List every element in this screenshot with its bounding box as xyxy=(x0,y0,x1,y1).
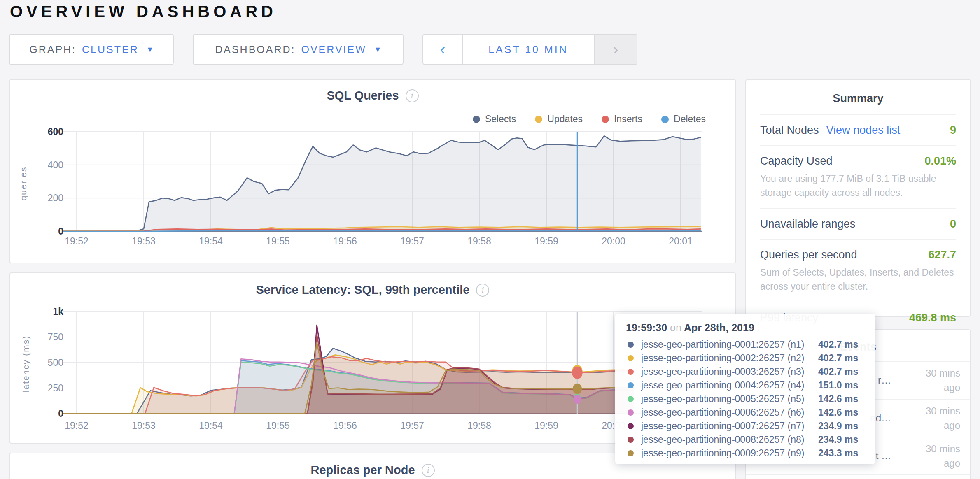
unavailable-ranges-value: 0 xyxy=(950,218,956,230)
summary-row-capacity: Capacity Used 0.01% You are using 177.7 … xyxy=(760,145,956,208)
node-name: jesse-geo-partitioning-0003:26257 (n3) xyxy=(641,366,818,377)
series-dot-icon xyxy=(628,355,634,361)
tooltip-row: jesse-geo-partitioning-0004:26257 (n4) 1… xyxy=(626,379,865,392)
latency-value: 234.9 ms xyxy=(818,434,858,445)
summary-row-total-nodes: Total Nodes View nodes list 9 xyxy=(760,114,956,145)
latency-value: 234.9 ms xyxy=(818,421,858,432)
dashboard-dropdown-label: DASHBOARD: xyxy=(215,44,295,56)
event-row[interactable]: Table Created: User root cr… 30 mins ago xyxy=(746,475,970,479)
page-title: OVERVIEW DASHBOARD xyxy=(10,2,277,21)
sql-queries-chart[interactable]: 19:5219:5319:5419:5519:5619:5719:5819:59… xyxy=(10,80,735,263)
time-window-next-button[interactable]: › xyxy=(594,35,637,64)
series-dot-icon xyxy=(628,423,634,429)
summary-title: Summary xyxy=(760,80,956,114)
series-dot-icon xyxy=(628,437,634,443)
series-dot-icon xyxy=(628,342,634,348)
svg-text:19:58: 19:58 xyxy=(467,420,491,431)
svg-text:19:57: 19:57 xyxy=(400,236,424,246)
node-name: jesse-geo-partitioning-0001:26257 (n1) xyxy=(641,339,818,350)
svg-text:0: 0 xyxy=(58,408,63,419)
unavailable-ranges-label: Unavailable ranges xyxy=(760,218,855,230)
chevron-left-icon: ‹ xyxy=(440,41,446,58)
svg-text:19:53: 19:53 xyxy=(132,420,156,431)
svg-text:19:54: 19:54 xyxy=(199,236,223,246)
series-dot-icon xyxy=(628,369,634,375)
graph-dropdown[interactable]: GRAPH: CLUSTER ▾ xyxy=(9,34,174,65)
capacity-used-value: 0.01% xyxy=(924,155,956,167)
tooltip-row: jesse-geo-partitioning-0008:26257 (n8) 2… xyxy=(626,433,865,446)
latency-value: 243.3 ms xyxy=(818,448,858,459)
dashboard-dropdown[interactable]: DASHBOARD: OVERVIEW ▾ xyxy=(193,34,404,65)
node-name: jesse-geo-partitioning-0006:26257 (n6) xyxy=(641,407,818,418)
svg-text:750: 750 xyxy=(48,332,63,342)
svg-text:19:53: 19:53 xyxy=(132,236,156,246)
latency-value: 402.7 ms xyxy=(818,366,858,377)
tooltip-row: jesse-geo-partitioning-0005:26257 (n5) 1… xyxy=(626,392,865,406)
svg-text:1k: 1k xyxy=(53,306,63,317)
event-time: 30 mins ago xyxy=(907,442,960,470)
total-nodes-value: 9 xyxy=(950,124,956,137)
node-name: jesse-geo-partitioning-0005:26257 (n5) xyxy=(641,393,818,405)
tooltip-timestamp: 19:59:30 on Apr 28th, 2019 xyxy=(626,322,865,334)
node-name: jesse-geo-partitioning-0008:26257 (n8) xyxy=(641,434,818,445)
summary-panel: Summary Total Nodes View nodes list 9 Ca… xyxy=(745,79,971,317)
dashboard-dropdown-value: OVERVIEW xyxy=(301,44,366,56)
svg-text:200: 200 xyxy=(48,193,63,203)
svg-text:19:52: 19:52 xyxy=(65,236,89,246)
event-time: 30 mins ago xyxy=(907,404,960,432)
total-nodes-label: Total Nodes xyxy=(760,124,819,137)
qps-label: Queries per second xyxy=(760,249,857,261)
tooltip-row: jesse-geo-partitioning-0006:26257 (n6) 1… xyxy=(626,406,865,419)
chevron-right-icon: › xyxy=(613,41,618,58)
svg-text:250: 250 xyxy=(48,383,63,393)
svg-text:19:58: 19:58 xyxy=(467,236,491,246)
sql-queries-card: SQL Queries i Selects Updates Inserts De… xyxy=(9,79,736,263)
tooltip-row: jesse-geo-partitioning-0007:26257 (n7) 2… xyxy=(626,419,865,433)
latency-value: 142.6 ms xyxy=(818,407,858,418)
latency-value: 151.0 ms xyxy=(818,380,858,391)
qps-value: 627.7 xyxy=(928,249,956,261)
series-dot-icon xyxy=(628,382,634,388)
time-window-control: ‹ LAST 10 MIN › xyxy=(422,34,637,65)
summary-row-qps: Queries per second 627.7 Sum of Selects,… xyxy=(760,239,956,302)
svg-text:19:52: 19:52 xyxy=(65,420,89,431)
latency-value: 402.7 ms xyxy=(818,353,858,364)
qps-desc: Sum of Selects, Updates, Inserts, and De… xyxy=(760,265,956,293)
p99-latency-value: 469.8 ms xyxy=(909,312,956,324)
chevron-down-icon: ▾ xyxy=(376,44,381,55)
time-window-range-button[interactable]: LAST 10 MIN xyxy=(463,35,594,64)
svg-text:19:54: 19:54 xyxy=(199,420,223,431)
svg-text:0: 0 xyxy=(58,226,63,237)
info-icon[interactable]: i xyxy=(422,464,435,477)
graph-dropdown-label: GRAPH: xyxy=(29,44,76,56)
node-name: jesse-geo-partitioning-0007:26257 (n7) xyxy=(641,421,818,432)
svg-text:19:59: 19:59 xyxy=(534,420,558,431)
svg-text:500: 500 xyxy=(48,357,63,368)
latency-tooltip: 19:59:30 on Apr 28th, 2019 jesse-geo-par… xyxy=(615,314,875,464)
node-name: jesse-geo-partitioning-0004:26257 (n4) xyxy=(641,380,818,391)
tooltip-row: jesse-geo-partitioning-0002:26257 (n2) 4… xyxy=(626,351,865,365)
svg-text:19:57: 19:57 xyxy=(400,420,424,431)
summary-row-unavailable: Unavailable ranges 0 xyxy=(760,208,956,239)
series-dot-icon xyxy=(628,450,634,456)
replicas-per-node-title: Replicas per Node xyxy=(310,463,415,477)
graph-dropdown-value: CLUSTER xyxy=(82,44,139,56)
capacity-used-desc: You are using 177.7 MiB of 3.1 TiB usabl… xyxy=(760,172,956,200)
svg-text:20:01: 20:01 xyxy=(669,236,693,246)
node-name: jesse-geo-partitioning-0009:26257 (n9) xyxy=(641,448,818,459)
chevron-down-icon: ▾ xyxy=(148,44,154,55)
series-dot-icon xyxy=(628,409,634,416)
tooltip-row: jesse-geo-partitioning-0001:26257 (n1) 4… xyxy=(626,338,865,351)
svg-text:600: 600 xyxy=(48,126,63,137)
svg-text:400: 400 xyxy=(48,160,63,170)
event-time: 30 mins ago xyxy=(907,366,960,395)
svg-text:19:55: 19:55 xyxy=(266,420,290,431)
capacity-used-label: Capacity Used xyxy=(760,155,833,167)
series-dot-icon xyxy=(628,396,634,402)
svg-text:20:00: 20:00 xyxy=(602,236,625,246)
view-nodes-list-link[interactable]: View nodes list xyxy=(826,124,901,137)
svg-text:19:59: 19:59 xyxy=(534,236,558,246)
tooltip-row: jesse-geo-partitioning-0009:26257 (n9) 2… xyxy=(626,446,865,460)
time-window-prev-button[interactable]: ‹ xyxy=(423,35,463,64)
latency-value: 402.7 ms xyxy=(818,339,858,350)
